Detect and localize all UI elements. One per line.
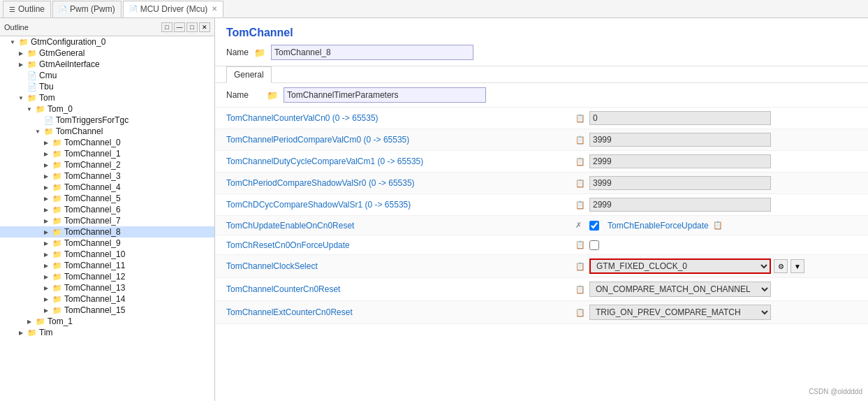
arrow-button-7[interactable]: ▼ bbox=[790, 259, 804, 273]
outline-close-btn[interactable]: ✕ bbox=[199, 22, 210, 32]
tree-arrow-gtmaei[interactable]: ▶ bbox=[17, 61, 25, 68]
outline-add-btn[interactable]: □ bbox=[161, 22, 172, 32]
tree-arrow-tc12[interactable]: ▶ bbox=[42, 274, 50, 280]
name-input[interactable] bbox=[271, 45, 473, 60]
tree-icon-tc6: 📁 bbox=[52, 205, 62, 214]
outline-min-btn[interactable]: — bbox=[174, 22, 185, 32]
tree-arrow-tc11[interactable]: ▶ bbox=[42, 263, 50, 269]
prop-label-6[interactable]: TomChResetCn0OnForceUpdate bbox=[226, 240, 575, 250]
outline-tree[interactable]: ▼ 📁 GtmConfiguration_0 ▶ 📁 GtmGeneral ▶ … bbox=[0, 36, 214, 401]
tree-item-tom1[interactable]: ▶ 📁 Tom_1 bbox=[0, 316, 214, 327]
tree-item-tc7[interactable]: ▶ 📁 TomChannel_7 bbox=[0, 215, 214, 226]
tab-general[interactable]: General bbox=[226, 66, 272, 83]
prop-select-normal-9[interactable]: TRIG_ON_PREV_COMPARE_MATCH bbox=[589, 305, 771, 320]
tree-item-tc4[interactable]: ▶ 📁 TomChannel_4 bbox=[0, 182, 214, 193]
tab-mcu[interactable]: 📄 MCU Driver (Mcu) ✕ bbox=[123, 1, 224, 17]
tree-arrow-tc13[interactable]: ▶ bbox=[42, 285, 50, 291]
tree-item-tc1[interactable]: ▶ 📁 TomChannel_1 bbox=[0, 148, 214, 159]
tree-item-tc12[interactable]: ▶ 📁 TomChannel_12 bbox=[0, 271, 214, 282]
prop-checkbox-6[interactable] bbox=[589, 240, 599, 250]
tree-item-tc8[interactable]: ▶ 📁 TomChannel_8 bbox=[0, 226, 214, 238]
prop-label-2[interactable]: TomChannelDutyCycleCompareValCm1 (0 -> 6… bbox=[226, 156, 575, 166]
gear-button-7[interactable]: ⚙ bbox=[774, 259, 788, 273]
tree-arrow-tom0[interactable]: ▼ bbox=[25, 106, 34, 112]
prop-input-4[interactable] bbox=[589, 198, 771, 212]
tree-label-tom1: Tom_1 bbox=[47, 316, 73, 326]
prop-input-2[interactable] bbox=[589, 154, 771, 168]
tree-arrow-gtm0[interactable]: ▼ bbox=[8, 39, 17, 45]
tree-item-tc14[interactable]: ▶ 📁 TomChannel_14 bbox=[0, 293, 214, 305]
tree-item-tc0[interactable]: ▶ 📁 TomChannel_0 bbox=[0, 137, 214, 148]
tree-item-gtmaei[interactable]: ▶ 📁 GtmAeiInterface bbox=[0, 59, 214, 70]
tree-item-tc6[interactable]: ▶ 📁 TomChannel_6 bbox=[0, 204, 214, 215]
prop-select-7[interactable]: GTM_FIXED_CLOCK_0 GTM_FIXED_CLOCK_1 GTM_… bbox=[589, 258, 771, 274]
tree-arrow-gtmgeneral[interactable]: ▶ bbox=[17, 50, 25, 57]
tree-arrow-tc10[interactable]: ▶ bbox=[42, 251, 50, 258]
tree-item-tc9[interactable]: ▶ 📁 TomChannel_9 bbox=[0, 238, 214, 249]
tree-icon-tc4: 📁 bbox=[52, 183, 62, 192]
tree-item-tom0[interactable]: ▼ 📁 Tom_0 bbox=[0, 103, 214, 115]
tree-arrow-tc2[interactable]: ▶ bbox=[42, 162, 50, 168]
tab-pwm[interactable]: 📄 Pwm (Pwm) bbox=[52, 1, 122, 17]
prop-label-4[interactable]: TomChDCycCompareShadowValSr1 (0 -> 65535… bbox=[226, 200, 575, 210]
tree-arrow-tim[interactable]: ▶ bbox=[17, 330, 25, 336]
prop-value-area-9: TRIG_ON_PREV_COMPARE_MATCH bbox=[589, 305, 857, 320]
tree-item-gtm0[interactable]: ▼ 📁 GtmConfiguration_0 bbox=[0, 36, 214, 48]
name-row: Name 📁 bbox=[226, 45, 857, 60]
section-tabs: General bbox=[215, 66, 868, 83]
tree-arrow-tc15[interactable]: ▶ bbox=[42, 307, 50, 314]
prop-input-3[interactable] bbox=[589, 176, 771, 190]
prop-row-7: TomChannelClockSelect 📋 GTM_FIXED_CLOCK_… bbox=[215, 255, 868, 278]
tree-icon-tim: 📁 bbox=[27, 328, 37, 337]
prop-extra-icon-5[interactable]: 📋 bbox=[713, 221, 723, 230]
prop-extra-5: TomChEnableForceUpdate 📋 bbox=[608, 221, 723, 231]
prop-checkbox-5[interactable] bbox=[589, 221, 599, 231]
prop-label-5[interactable]: TomChUpdateEnableOnCn0Reset bbox=[226, 221, 575, 231]
prop-extra-label-5[interactable]: TomChEnableForceUpdate bbox=[608, 221, 709, 231]
tree-arrow-tc9[interactable]: ▶ bbox=[42, 240, 50, 247]
prop-input-1[interactable] bbox=[589, 133, 771, 147]
tree-arrow-tc3[interactable]: ▶ bbox=[42, 173, 50, 180]
prop-label-3[interactable]: TomChPeriodCompareShadowValSr0 (0 -> 655… bbox=[226, 178, 575, 188]
tree-icon-gtmaei: 📁 bbox=[27, 60, 37, 69]
prop-label-1[interactable]: TomChannelPeriodCompareValCm0 (0 -> 6553… bbox=[226, 135, 575, 145]
prop-select-normal-8[interactable]: ON_COMPARE_MATCH_ON_CHANNEL bbox=[589, 282, 771, 297]
prop-label-8[interactable]: TomChannelCounterCn0Reset bbox=[226, 284, 575, 294]
tree-arrow-tc1[interactable]: ▶ bbox=[42, 151, 50, 157]
tab-mcu-close[interactable]: ✕ bbox=[212, 5, 217, 13]
inner-name-input[interactable] bbox=[284, 87, 486, 103]
outline-controls: □ — □ ✕ bbox=[161, 22, 210, 32]
tab-outline[interactable]: ☰ Outline bbox=[3, 1, 51, 17]
tree-item-tc11[interactable]: ▶ 📁 TomChannel_11 bbox=[0, 260, 214, 271]
tree-item-tc3[interactable]: ▶ 📁 TomChannel_3 bbox=[0, 170, 214, 182]
tree-item-tc13[interactable]: ▶ 📁 TomChannel_13 bbox=[0, 282, 214, 293]
tree-arrow-tc7[interactable]: ▶ bbox=[42, 218, 50, 224]
tree-arrow-tom1[interactable]: ▶ bbox=[25, 319, 34, 325]
prop-label-9[interactable]: TomChannelExtCounterCn0Reset bbox=[226, 307, 575, 317]
tree-arrow-tom[interactable]: ▼ bbox=[17, 95, 25, 101]
prop-label-7[interactable]: TomChannelClockSelect bbox=[226, 261, 575, 271]
tree-arrow-tc8[interactable]: ▶ bbox=[42, 229, 50, 235]
tree-arrow-tc5[interactable]: ▶ bbox=[42, 196, 50, 202]
tree-arrow-tomchannel[interactable]: ▼ bbox=[34, 129, 42, 135]
prop-label-0[interactable]: TomChannelCounterValCn0 (0 -> 65535) bbox=[226, 113, 575, 123]
tree-item-tomchannel[interactable]: ▼ 📁 TomChannel bbox=[0, 126, 214, 137]
tree-arrow-tc14[interactable]: ▶ bbox=[42, 296, 50, 302]
tree-item-tim[interactable]: ▶ 📁 Tim bbox=[0, 327, 214, 338]
tree-item-tomtriggers[interactable]: 📄 TomTriggersForTgc bbox=[0, 115, 214, 126]
tree-icon-tc15: 📁 bbox=[52, 306, 62, 315]
tree-item-tbu[interactable]: 📄 Tbu bbox=[0, 81, 214, 92]
tree-item-tom[interactable]: ▼ 📁 Tom bbox=[0, 92, 214, 103]
tree-arrow-tc4[interactable]: ▶ bbox=[42, 184, 50, 191]
prop-input-0[interactable] bbox=[589, 111, 771, 125]
tree-arrow-tc0[interactable]: ▶ bbox=[42, 140, 50, 146]
prop-row-2: TomChannelDutyCycleCompareValCm1 (0 -> 6… bbox=[215, 151, 868, 173]
tree-item-tc10[interactable]: ▶ 📁 TomChannel_10 bbox=[0, 249, 214, 260]
tree-arrow-tc6[interactable]: ▶ bbox=[42, 207, 50, 213]
tree-item-tc5[interactable]: ▶ 📁 TomChannel_5 bbox=[0, 193, 214, 204]
tree-item-gtmgeneral[interactable]: ▶ 📁 GtmGeneral bbox=[0, 48, 214, 59]
tree-item-tc15[interactable]: ▶ 📁 TomChannel_15 bbox=[0, 305, 214, 316]
outline-max-btn[interactable]: □ bbox=[186, 22, 198, 32]
tree-item-cmu[interactable]: 📄 Cmu bbox=[0, 70, 214, 81]
tree-item-tc2[interactable]: ▶ 📁 TomChannel_2 bbox=[0, 159, 214, 170]
